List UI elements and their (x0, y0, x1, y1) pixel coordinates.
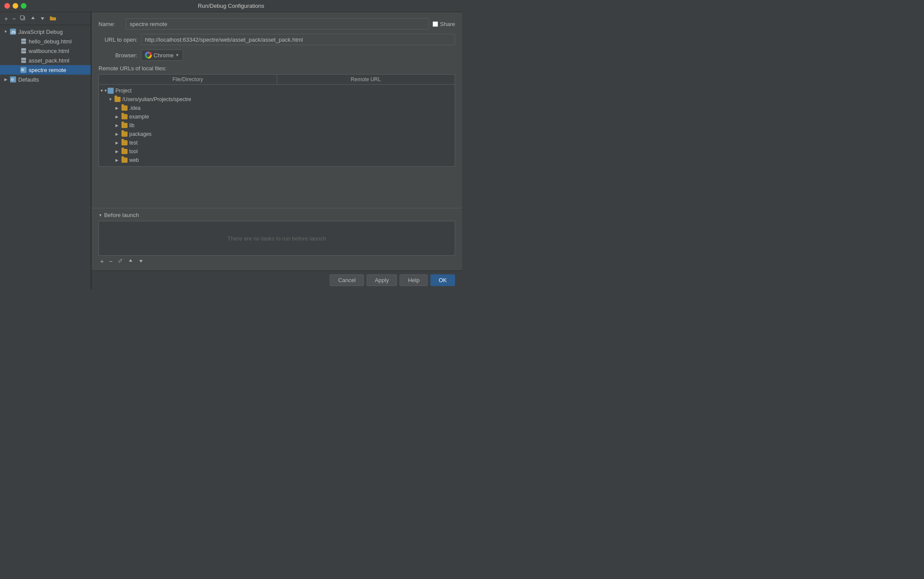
file-tree-spectre-path[interactable]: ▼ /Users/yulian/Projects/spectre (99, 95, 455, 104)
file-tree-example[interactable]: ▶ example (99, 112, 455, 121)
tree-item-wallbounce[interactable]: html wallbounce.html (0, 46, 91, 56)
svg-text:html: html (22, 40, 26, 43)
svg-text:html: html (22, 49, 26, 52)
left-panel: + − (0, 12, 91, 290)
file-icon-hello-debug: html (20, 38, 27, 45)
tree-label-hello-debug: hello_debug.html (29, 38, 72, 45)
remove-task-button[interactable]: − (107, 257, 114, 265)
open-folder-button[interactable] (48, 14, 58, 23)
tree-item-asset-pack[interactable]: html asset_pack.html (0, 56, 91, 65)
tree-item-defaults[interactable]: ⚙ Defaults (0, 75, 91, 84)
no-tasks-text: There are no tasks to run before launch (227, 235, 326, 242)
browser-value: Chrome (154, 52, 174, 59)
file-tree-web[interactable]: ▶ web (99, 156, 455, 164)
share-checkbox[interactable] (433, 21, 438, 27)
tree-item-hello-debug[interactable]: html hello_debug.html (0, 36, 91, 46)
before-launch-header[interactable]: ▼ Before launch (98, 212, 455, 218)
name-input[interactable] (126, 18, 429, 30)
project-icon (108, 88, 114, 94)
file-tree-project[interactable]: ▼ Project (99, 86, 455, 95)
move-up-button[interactable] (29, 15, 37, 23)
folder-icon-example (121, 114, 128, 119)
before-launch-section: ▼ Before launch There are no tasks to ru… (92, 208, 462, 270)
apply-button[interactable]: Apply (367, 274, 397, 286)
expand-arrow-jsdebug (3, 30, 8, 34)
folder-icon-packages (121, 132, 128, 137)
window-controls (4, 3, 26, 9)
cancel-button[interactable]: Cancel (330, 274, 364, 286)
before-launch-arrow: ▼ (98, 213, 102, 217)
config-tree: JS JavaScript Debug html hello_debug.htm… (0, 25, 91, 290)
folder-icon-spectre (115, 97, 121, 102)
right-panel: Name: Share URL to open: Browser: Chrome… (92, 12, 462, 290)
folder-icon-idea (121, 105, 128, 111)
example-label: example (129, 114, 149, 120)
tree-label-asset-pack: asset_pack.html (29, 57, 69, 64)
tree-item-spectre-remote[interactable]: ⌘ spectre remote (0, 65, 91, 75)
tree-label-wallbounce: wallbounce.html (29, 48, 69, 54)
file-tree-lib[interactable]: ▶ lib (99, 121, 455, 130)
main-layout: + − (0, 12, 462, 290)
svg-text:JS: JS (11, 30, 16, 34)
file-tree-idea[interactable]: ▶ .idea (99, 104, 455, 112)
jsdebug-group-icon: JS (10, 28, 16, 35)
spectre-path-label: /Users/yulian/Projects/spectre (122, 96, 191, 102)
remote-urls-table: File/Directory Remote URL ▼ Project (98, 74, 455, 167)
help-button[interactable]: Help (400, 274, 428, 286)
folder-icon-test (121, 140, 128, 145)
before-launch-toolbar: + − (98, 256, 455, 267)
table-header: File/Directory Remote URL (99, 75, 455, 85)
url-row: URL to open: (98, 34, 455, 45)
copy-config-button[interactable] (18, 14, 28, 23)
defaults-icon: ⚙ (10, 76, 16, 83)
tree-label-defaults: Defaults (18, 76, 39, 83)
file-tree-packages[interactable]: ▶ packages (99, 130, 455, 138)
add-task-button[interactable]: + (98, 257, 105, 265)
web-label: web (129, 157, 139, 163)
chrome-icon (145, 52, 152, 59)
project-label: Project (115, 88, 131, 94)
project-arrow: ▼ (102, 89, 106, 93)
name-label: Name: (98, 21, 122, 27)
edit-task-button[interactable] (116, 257, 125, 265)
move-task-up-button[interactable] (126, 257, 135, 265)
url-input[interactable] (141, 34, 455, 45)
browser-dropdown[interactable]: Chrome ▼ (141, 49, 183, 61)
browser-row: Browser: Chrome ▼ (98, 49, 455, 61)
remote-urls-label: Remote URLs of local files: (98, 65, 455, 72)
remove-config-button[interactable]: − (10, 15, 17, 23)
file-tree-tool[interactable]: ▶ tool (99, 147, 455, 156)
svg-text:⌘: ⌘ (21, 68, 24, 72)
url-label: URL to open: (98, 36, 138, 43)
folder-icon-lib (121, 123, 128, 128)
window-title: Run/Debug Configurations (198, 3, 264, 9)
bottom-bar: Cancel Apply Help OK (92, 270, 462, 290)
col-header-url: Remote URL (277, 75, 455, 84)
add-config-button[interactable]: + (3, 15, 10, 23)
svg-text:⚙: ⚙ (11, 78, 14, 82)
col-header-file: File/Directory (99, 75, 277, 84)
minimize-button[interactable] (13, 3, 18, 9)
move-task-down-button[interactable] (137, 257, 145, 265)
test-label: test (129, 140, 138, 146)
lib-label: lib (129, 122, 134, 128)
tree-group-javascript-debug[interactable]: JS JavaScript Debug (0, 27, 91, 36)
file-tree-test[interactable]: ▶ test (99, 138, 455, 147)
browser-label: Browser: (98, 52, 138, 59)
remote-icon-spectre: ⌘ (20, 66, 27, 73)
file-tree: ▼ Project ▼ /Users/yulian/Projects/spect… (99, 85, 455, 166)
folder-icon-web (121, 158, 128, 163)
remote-urls-section: File/Directory Remote URL ▼ Project (98, 74, 455, 167)
before-launch-body: There are no tasks to run before launch (98, 221, 455, 256)
maximize-button[interactable] (21, 3, 26, 9)
svg-rect-1 (20, 16, 24, 19)
share-label: Share (440, 21, 455, 27)
tool-label: tool (129, 148, 138, 155)
packages-label: packages (129, 131, 151, 137)
left-toolbar: + − (0, 12, 91, 25)
move-down-button[interactable] (38, 15, 47, 23)
title-bar: Run/Debug Configurations (0, 0, 462, 12)
table-body: ▼ Project ▼ /Users/yulian/Projects/spect… (99, 85, 455, 166)
close-button[interactable] (4, 3, 10, 9)
ok-button[interactable]: OK (430, 274, 455, 286)
